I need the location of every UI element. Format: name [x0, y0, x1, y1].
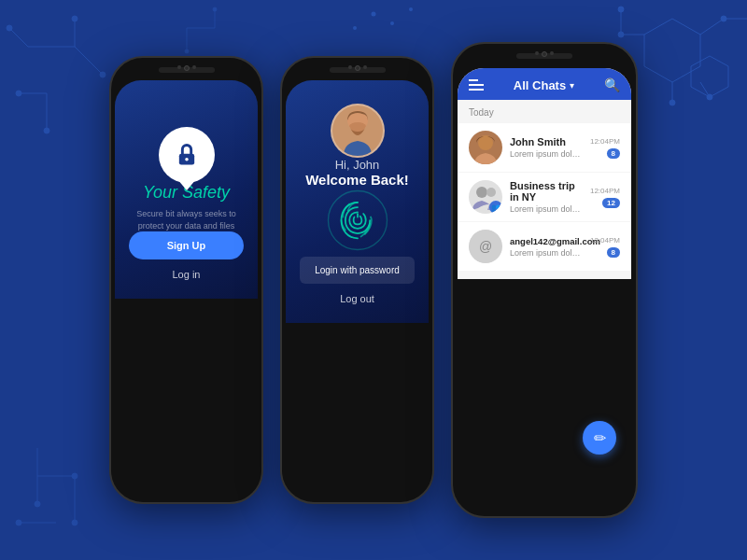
chat-header: All Chats ▾ 🔍 [458, 68, 631, 100]
chat-list: Today John Smith [458, 100, 631, 279]
chat-item-angel[interactable]: @ angel142@gmail.com Lorem ipsum dolor s… [458, 222, 631, 271]
chat-preview-john: Lorem ipsum dolor sit amet cons... [510, 149, 583, 159]
fingerprint-icon [325, 188, 390, 253]
phone-chats: All Chats ▾ 🔍 Today [451, 42, 638, 518]
dot [535, 51, 539, 55]
svg-point-46 [476, 187, 487, 198]
phone-3-screen: All Chats ▾ 🔍 Today [458, 68, 631, 492]
chat-name-angel: angel142@gmail.com [510, 236, 583, 246]
chat-title: All Chats [514, 78, 566, 92]
svg-point-47 [486, 188, 496, 197]
chat-content-john: John Smith Lorem ipsum dolor sit amet co… [510, 136, 583, 159]
welcome-text: Hi, John Welcome Back! [305, 158, 409, 188]
phone-1-dots [177, 65, 196, 71]
chat-badge-angel: 8 [607, 247, 620, 258]
login-button[interactable]: Log in [173, 269, 201, 280]
search-icon[interactable]: 🔍 [604, 77, 620, 92]
chat-meta-business: 12:04PM 12 [590, 187, 620, 208]
chat-name-business: Business trip in NY [510, 180, 583, 203]
camera-dot [542, 51, 547, 57]
hamburger-line-2 [469, 84, 484, 86]
phone-1-screen: Your Safety Secure bit always seeks to p… [115, 80, 258, 480]
logout-button[interactable]: Log out [340, 293, 374, 304]
welcome-back-text: Welcome Back! [305, 172, 409, 188]
today-label: Today [458, 107, 631, 123]
fingerprint-area[interactable] [325, 188, 390, 257]
phones-container: Your Safety Secure bit always seeks to p… [0, 0, 747, 560]
avatar-person-small [469, 131, 502, 164]
chat-title-area: All Chats ▾ [514, 78, 574, 92]
pencil-icon: ✏ [594, 429, 606, 447]
chat-preview-business: Lorem ipsum dolor sit amet cons... [510, 204, 583, 214]
chat-content-business: Business trip in NY Lorem ipsum dolor si… [510, 180, 583, 214]
tagline-subtitle: Secure bit always seeks to protect your … [129, 208, 244, 231]
chat-avatar-angel: @ [469, 230, 502, 263]
login-screen: Your Safety Secure bit always seeks to p… [115, 80, 258, 299]
camera-dot [355, 65, 360, 71]
chat-item-john-smith[interactable]: John Smith Lorem ipsum dolor sit amet co… [458, 123, 631, 172]
hamburger-line-1 [469, 79, 478, 81]
lock-icon-container [159, 127, 215, 183]
chevron-down-icon[interactable]: ▾ [570, 80, 574, 91]
welcome-screen: Hi, John Welcome Back! [286, 80, 429, 323]
chat-meta-angel: 12:04PM 8 [590, 236, 620, 258]
lock-icon [174, 142, 200, 168]
welcome-button-area: Login with password Log out [300, 257, 415, 304]
chat-avatar-john [469, 131, 502, 164]
group-people-icon: 👥 [491, 203, 500, 212]
email-avatar-svg: @ [469, 230, 502, 263]
login-button-area: Sign Up Log in [129, 231, 244, 280]
chat-meta-john: 12:04PM 8 [590, 137, 620, 159]
hamburger-menu-button[interactable] [469, 79, 484, 91]
dot [192, 65, 196, 69]
dot [550, 51, 554, 55]
hamburger-line-3 [469, 89, 484, 91]
chat-time-business: 12:04PM [590, 187, 620, 195]
svg-point-44 [328, 191, 387, 250]
dot [177, 65, 181, 69]
group-icon-overlay: 👥 [489, 201, 502, 214]
phone-login: Your Safety Secure bit always seeks to p… [109, 56, 263, 504]
chat-avatar-group: 👥 [469, 180, 502, 214]
dot [363, 65, 367, 69]
chats-screen: All Chats ▾ 🔍 Today [458, 68, 631, 279]
phone-2-screen: Hi, John Welcome Back! [286, 80, 429, 480]
svg-point-42 [185, 158, 189, 161]
signup-button[interactable]: Sign Up [129, 231, 244, 259]
chat-time-angel: 12:04PM [590, 236, 620, 245]
chat-preview-angel: Lorem ipsum dolor sit amet cons... [510, 248, 583, 258]
login-password-button[interactable]: Login with password [300, 257, 415, 284]
greeting-text: Hi, John [305, 158, 409, 172]
camera-dot [184, 65, 190, 71]
dot [348, 65, 352, 69]
phone-2-dots [348, 65, 367, 71]
avatar-person-svg [334, 107, 381, 156]
compose-fab-button[interactable]: ✏ [583, 421, 616, 455]
chat-badge-business: 12 [602, 198, 620, 208]
chat-name-john: John Smith [510, 136, 583, 147]
chat-content-angel: angel142@gmail.com Lorem ipsum dolor sit… [510, 236, 583, 258]
svg-text:@: @ [479, 239, 492, 254]
user-avatar [331, 104, 385, 158]
chat-badge-john: 8 [607, 148, 620, 159]
phone-3-dots [535, 51, 554, 57]
chat-item-business-trip[interactable]: 👥 Business trip in NY Lorem ipsum dolor … [458, 173, 631, 221]
chat-time-john: 12:04PM [590, 137, 620, 146]
phone-welcome: Hi, John Welcome Back! [280, 56, 434, 504]
